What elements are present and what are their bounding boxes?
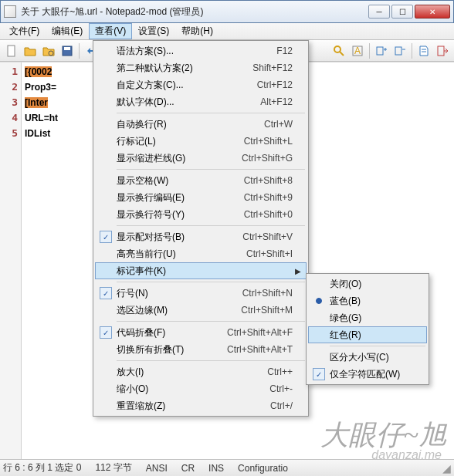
menu-separator <box>117 282 305 282</box>
app-icon <box>4 5 16 18</box>
close-button[interactable]: ✕ <box>415 5 450 19</box>
svg-rect-0 <box>8 46 15 56</box>
submenu-item[interactable]: 区分大小写(C) <box>308 349 427 366</box>
scheme-icon[interactable] <box>415 42 432 59</box>
mark-events-submenu: 关闭(O)蓝色(B)绿色(G)红色(R)区分大小写(C)✓仅全字符匹配(W) <box>306 273 429 385</box>
menu-shortcut: Ctrl++ <box>267 366 293 377</box>
menu-label: 代码折叠(F) <box>117 326 165 339</box>
menu-shortcut: Ctrl+Shift+N <box>242 288 293 299</box>
line-numbers: 12345 <box>0 62 22 459</box>
submenu-item[interactable]: 蓝色(B) <box>308 292 427 309</box>
svg-line-5 <box>340 52 344 56</box>
menu-shortcut: Ctrl+Shift+9 <box>244 192 293 203</box>
submenu-item[interactable]: 关闭(O) <box>308 275 427 292</box>
resize-grip[interactable]: ◢ <box>442 462 451 474</box>
status-encoding[interactable]: ANSI <box>146 463 168 474</box>
menu-shortcut: Ctrl+Shift+0 <box>244 209 293 220</box>
svg-rect-10 <box>438 46 444 56</box>
status-bytes: 112 字节 <box>95 461 131 474</box>
titlebar: 关于 大眼仔~旭.url - Notepad2-mod (管理员) ─ ☐ ✕ <box>0 0 454 23</box>
menu-shortcut: F12 <box>276 46 293 56</box>
exit-icon[interactable] <box>434 42 451 59</box>
menu-item[interactable]: 切换所有折叠(T)Ctrl+Shift+Alt+T <box>95 341 307 358</box>
menu-item[interactable]: ✓行号(N)Ctrl+Shift+N <box>95 285 307 302</box>
menu-编辑E[interactable]: 编辑(E) <box>46 23 89 39</box>
menu-label: 选区边缘(M) <box>117 304 168 317</box>
separator <box>79 43 80 59</box>
menu-label: 放大(I) <box>117 366 144 379</box>
zoom-out-icon[interactable] <box>391 42 408 59</box>
menu-item[interactable]: 默认字体(D)...Alt+F12 <box>95 93 307 110</box>
menu-shortcut: Ctrl+Shift+Alt+T <box>227 344 293 355</box>
menu-查看V[interactable]: 查看(V) <box>89 23 132 39</box>
menu-item[interactable]: 重置缩放(Z)Ctrl+/ <box>95 397 307 414</box>
menu-item[interactable]: 自定义方案(C)...Ctrl+F12 <box>95 76 307 93</box>
menu-item[interactable]: 显示换行符号(Y)Ctrl+Shift+0 <box>95 206 307 223</box>
menu-label: 自定义方案(C)... <box>117 79 184 92</box>
status-eol[interactable]: CR <box>181 463 195 474</box>
browse-icon[interactable] <box>40 42 57 59</box>
status-position: 行 6 : 6 列 1 选定 0 <box>3 461 81 474</box>
radio-icon <box>316 298 322 304</box>
menu-帮助H[interactable]: 帮助(H) <box>175 23 219 39</box>
menu-separator <box>117 225 305 226</box>
minimize-button[interactable]: ─ <box>368 5 390 19</box>
menu-item[interactable]: 行标记(L)Ctrl+Shift+L <box>95 133 307 150</box>
menu-设置S[interactable]: 设置(S) <box>132 23 175 39</box>
menu-label: 重置缩放(Z) <box>117 400 165 413</box>
menu-label: 行标记(L) <box>117 135 156 148</box>
menu-label: 高亮当前行(U) <box>117 248 176 261</box>
find-icon[interactable] <box>330 42 347 59</box>
menu-文件F[interactable]: 文件(F) <box>3 23 46 39</box>
menu-item[interactable]: 显示缩进栏线(G)Ctrl+Shift+G <box>95 150 307 167</box>
replace-icon[interactable]: A <box>349 42 366 59</box>
check-icon: ✓ <box>100 231 112 243</box>
statusbar: 行 6 : 6 列 1 选定 0 112 字节 ANSI CR INS Conf… <box>0 459 454 476</box>
menu-label: 显示换行符号(Y) <box>117 208 185 221</box>
menu-label: 显示换行编码(E) <box>117 191 185 204</box>
maximize-button[interactable]: ☐ <box>391 5 413 19</box>
menu-item[interactable]: 标记事件(K)▶ <box>95 262 307 279</box>
submenu-item[interactable]: ✓仅全字符匹配(W) <box>308 366 427 383</box>
menu-item[interactable]: 选区边缘(M)Ctrl+Shift+M <box>95 302 307 319</box>
separator <box>369 43 370 59</box>
zoom-in-icon[interactable] <box>373 42 390 59</box>
svg-text:A: A <box>354 46 361 56</box>
menu-item[interactable]: 显示空格(W)Ctrl+Shift+8 <box>95 172 307 189</box>
submenu-label: 红色(R) <box>330 329 361 342</box>
menu-label: 显示配对括号(B) <box>117 231 185 244</box>
menu-item[interactable]: 高亮当前行(U)Ctrl+Shift+I <box>95 245 307 262</box>
menu-label: 标记事件(K) <box>117 265 166 278</box>
menu-item[interactable]: 显示换行编码(E)Ctrl+Shift+9 <box>95 189 307 206</box>
menu-item[interactable]: 第二种默认方案(2)Shift+F12 <box>95 59 307 76</box>
menu-shortcut: Ctrl+Shift+8 <box>244 175 293 186</box>
svg-rect-8 <box>377 47 383 55</box>
menu-item[interactable]: 缩小(O)Ctrl+- <box>95 380 307 397</box>
submenu-label: 绿色(G) <box>330 312 361 325</box>
status-config: Configuratio <box>238 463 288 474</box>
new-icon[interactable] <box>3 42 20 59</box>
menu-separator <box>117 169 305 170</box>
save-icon[interactable] <box>59 42 76 59</box>
menu-label: 语法方案(S)... <box>117 45 174 58</box>
submenu-item[interactable]: 红色(R) <box>308 326 427 343</box>
menu-item[interactable]: 语法方案(S)...F12 <box>95 42 307 59</box>
menu-shortcut: Ctrl+W <box>264 119 293 130</box>
menu-item[interactable]: ✓代码折叠(F)Ctrl+Shift+Alt+F <box>95 324 307 341</box>
menu-shortcut: Ctrl+F12 <box>257 79 293 90</box>
status-ins[interactable]: INS <box>208 463 224 474</box>
separator <box>412 43 412 59</box>
menu-item[interactable]: ✓显示配对括号(B)Ctrl+Shift+V <box>95 228 307 245</box>
submenu-item[interactable]: 绿色(G) <box>308 309 427 326</box>
menu-separator <box>117 113 305 113</box>
menu-item[interactable]: 放大(I)Ctrl++ <box>95 363 307 380</box>
menu-item[interactable]: 自动换行(R)Ctrl+W <box>95 116 307 133</box>
menu-label: 缩小(O) <box>117 383 148 396</box>
menu-shortcut: Ctrl+Shift+G <box>242 153 293 164</box>
menu-shortcut: Ctrl+Shift+M <box>241 305 293 316</box>
menu-shortcut: Ctrl+- <box>269 383 293 394</box>
svg-rect-3 <box>64 47 70 50</box>
menu-separator <box>117 321 305 322</box>
menu-label: 第二种默认方案(2) <box>117 62 193 75</box>
open-icon[interactable] <box>22 42 39 59</box>
